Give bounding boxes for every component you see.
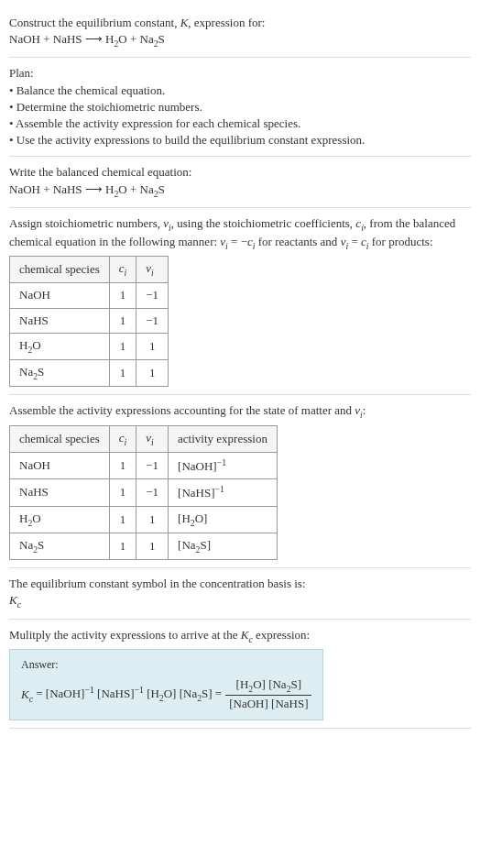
answer-numerator: [H2O] [Na2S] [225,676,311,696]
cell-species: H2O [10,333,110,359]
answer-lhs: Kc = [NaOH]−1 [NaHS]−1 [H2O] [Na2S] = [21,684,222,705]
cell-species: NaHS [10,308,110,333]
table-row: NaHS 1 −1 [NaHS]−1 [10,479,278,507]
col-ci: ci [109,257,136,283]
cell-species: Na2S [10,360,110,387]
stoich-table: chemical species ci νi NaOH 1 −1 NaHS 1 … [9,256,169,387]
cell-v: 1 [136,533,169,560]
cell-expr: [NaOH]−1 [169,452,278,479]
table-row: H2O 1 1 [10,333,169,359]
answer-box: Answer: Kc = [NaOH]−1 [NaHS]−1 [H2O] [Na… [9,649,323,720]
cell-c: 1 [109,283,136,308]
col-ci: ci [109,425,136,452]
answer-denominator: [NaOH] [NaHS] [225,696,311,712]
answer-fraction: [H2O] [Na2S] [NaOH] [NaHS] [225,676,311,712]
cell-c: 1 [109,360,136,387]
cell-species: NaOH [10,452,110,479]
activity-table: chemical species ci νi activity expressi… [9,425,278,561]
activity-intro: Assemble the activity expressions accoun… [9,402,471,421]
cell-v: 1 [136,506,169,533]
cell-c: 1 [109,452,136,479]
stoich-intro: Assign stoichiometric numbers, νi, using… [9,215,471,252]
col-species: chemical species [10,425,110,452]
cell-v: −1 [136,452,169,479]
balanced-equation: NaOH + NaHS ⟶ H2O + Na2S [9,181,471,200]
symbol-kc: Kc [9,592,471,610]
table-row: Na2S 1 1 [Na2S] [10,533,278,560]
cell-v: 1 [136,360,169,387]
cell-v: −1 [136,479,169,507]
col-expr: activity expression [169,425,278,452]
plan-item: • Determine the stoichiometric numbers. [9,99,471,115]
table-header-row: chemical species ci νi activity expressi… [10,425,278,452]
cell-c: 1 [109,308,136,333]
cell-species: NaOH [10,283,110,308]
balanced-title: Write the balanced chemical equation: [9,164,471,181]
multiply-section: Mulitply the activity expressions to arr… [9,620,471,729]
activity-section: Assemble the activity expressions accoun… [9,395,471,568]
symbol-section: The equilibrium constant symbol in the c… [9,568,471,619]
symbol-line1: The equilibrium constant symbol in the c… [9,576,471,592]
cell-c: 1 [109,333,136,359]
table-row: NaHS 1 −1 [10,308,169,333]
plan-item: • Balance the chemical equation. [9,82,471,99]
answer-expression: Kc = [NaOH]−1 [NaHS]−1 [H2O] [Na2S] = [H… [21,676,311,712]
cell-c: 1 [109,479,136,507]
table-row: NaOH 1 −1 [10,283,169,308]
intro-section: Construct the equilibrium constant, K, e… [9,7,471,58]
table-row: NaOH 1 −1 [NaOH]−1 [10,452,278,479]
plan-item: • Assemble the activity expression for e… [9,115,471,132]
plan-section: Plan: • Balance the chemical equation. •… [9,58,471,157]
table-row: Na2S 1 1 [10,360,169,387]
intro-equation: NaOH + NaHS ⟶ H2O + Na2S [9,31,471,49]
cell-expr: [H2O] [169,506,278,533]
cell-expr: [NaHS]−1 [169,479,278,507]
cell-species: Na2S [10,533,110,560]
table-header-row: chemical species ci νi [10,257,169,283]
plan-title: Plan: [9,65,471,82]
plan-item: • Use the activity expressions to build … [9,132,471,148]
answer-label: Answer: [21,657,311,673]
cell-v: 1 [136,333,169,359]
intro-line: Construct the equilibrium constant, K, e… [9,15,471,31]
cell-c: 1 [109,506,136,533]
cell-species: H2O [10,506,110,533]
multiply-title: Mulitply the activity expressions to arr… [9,627,471,645]
cell-v: −1 [136,308,169,333]
balanced-section: Write the balanced chemical equation: Na… [9,157,471,207]
stoich-section: Assign stoichiometric numbers, νi, using… [9,208,471,396]
cell-species: NaHS [10,479,110,507]
table-row: H2O 1 1 [H2O] [10,506,278,533]
col-vi: νi [136,425,169,452]
cell-expr: [Na2S] [169,533,278,560]
col-species: chemical species [10,257,110,283]
cell-c: 1 [109,533,136,560]
cell-v: −1 [136,283,169,308]
col-vi: νi [136,257,169,283]
